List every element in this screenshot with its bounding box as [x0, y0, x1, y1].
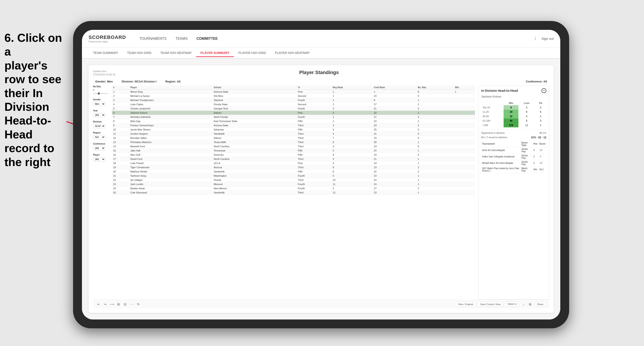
table-cell: East Tennessee State	[212, 119, 296, 123]
table-cell	[454, 127, 475, 132]
table-row[interactable]: 6Jackson KoivunAuburnFirst2221	[112, 111, 475, 115]
tournament-cell: 2	[532, 154, 538, 160]
sign-out-link[interactable]: Sign out	[542, 37, 554, 40]
sub-nav-player-h2h-grid[interactable]: PLAYER H2H GRID	[234, 49, 270, 57]
table-cell	[454, 186, 475, 190]
table-row[interactable]: 14Maxwell FordNorth CarolinaThird3230	[112, 144, 475, 148]
table-cell	[454, 190, 475, 194]
table-cell: Kentucky	[212, 153, 296, 157]
region-select[interactable]: N/A	[93, 135, 105, 139]
copy-icon[interactable]: ⊞	[116, 302, 121, 306]
table-row[interactable]: 15Jake HallTennesseeFifth3241	[112, 148, 475, 153]
table-row[interactable]: 24Bastien AmatNew MexicoFourth1272	[112, 186, 475, 190]
player-name-cell: Cole Sherwood	[129, 190, 212, 194]
h2h-loss-cell: 3	[518, 105, 535, 110]
nav-committee[interactable]: COMMITTEE	[196, 36, 218, 42]
player-name-cell: Jack Lundin	[129, 182, 212, 186]
redo-icon[interactable]: ↪	[103, 302, 108, 306]
table-row[interactable]: 25Cole SherwoodVanderbiltThird12231	[112, 190, 475, 194]
table-cell: 1	[416, 140, 454, 144]
forward-icon[interactable]: ⟶	[110, 302, 114, 306]
h2h-row: >100578111	[481, 123, 546, 127]
undo-icon[interactable]: ↩	[96, 302, 101, 306]
table-row[interactable]: 8Mats EgeEast Tennessee StateFifth1242	[112, 119, 475, 123]
table-row[interactable]: 2Michael La SasseOle MissSecond1190	[112, 94, 475, 98]
player-name-cell: Matthew Riedel	[129, 169, 212, 173]
sub-nav-team-h2h-grid[interactable]: TEAM H2H GRID	[123, 49, 156, 57]
sub-nav-team-summary[interactable]: TEAM SUMMARY	[88, 49, 123, 57]
table-cell: Auburn	[212, 111, 296, 115]
table-row[interactable]: 7Nicholas GabrelcikNorth FloridaFourth12…	[112, 115, 475, 119]
table-cell: 0	[416, 94, 454, 98]
table-row[interactable]: 12Brendan VallesAuburnThird7230	[112, 136, 475, 140]
table-cell: 10	[112, 127, 129, 132]
sub-nav-team-h2h-heatmap[interactable]: TEAM H2H HEATMAP	[156, 49, 196, 57]
table-row[interactable]: 17David FordNorth CarolinaThird4211	[112, 157, 475, 161]
gender-select[interactable]: Men Women	[93, 102, 105, 106]
h2h-col-range	[481, 101, 504, 105]
download-icon[interactable]: ↓	[521, 302, 526, 306]
table-cell: 14	[112, 144, 129, 148]
table-cell: First	[296, 111, 332, 115]
table-cell: 8	[331, 153, 372, 157]
sub-nav-player-summary[interactable]: PLAYER SUMMARY	[196, 49, 234, 57]
table-row[interactable]: 11Gordon SargentVanderbiltThird4210	[112, 132, 475, 136]
more-icon[interactable]: ⋯	[130, 302, 134, 306]
table-cell: Fifth	[296, 119, 332, 123]
nav-tournaments[interactable]: TOURNAMENTS	[139, 36, 166, 42]
table-row[interactable]: 21Taehoon SongWashingtonFourth6231	[112, 173, 475, 178]
table-row[interactable]: 19Tiger ChristensenArizonaThird8232	[112, 165, 475, 169]
view-original-btn[interactable]: View: Original	[456, 302, 476, 307]
tournament-cell: Match Play	[520, 166, 532, 173]
table-cell: Second	[296, 94, 332, 98]
table-row[interactable]: 20Matthew RiedelVanderbiltFifth8222	[112, 169, 475, 173]
table-cell: 1	[416, 148, 454, 153]
table-cell: 27	[372, 102, 416, 106]
nav-items: TOURNAMENTS TEAMS COMMITTEE	[139, 36, 534, 42]
table-row[interactable]: 4Luke ClatonFlorida StateSecond1272	[112, 102, 475, 106]
year-select[interactable]: (All)	[93, 113, 105, 117]
conference-select[interactable]: (All)	[93, 146, 105, 150]
player-select[interactable]: (All)	[93, 157, 105, 162]
col-player: Player	[129, 85, 212, 90]
table-row[interactable]: 16Alex GoffKentuckyFifth8190	[112, 153, 475, 157]
paste-icon[interactable]: ⊟	[123, 302, 127, 306]
refresh-icon[interactable]: ↻	[136, 302, 141, 306]
table-cell: Texas A&M	[212, 140, 296, 144]
table-cell: 1	[416, 111, 454, 115]
player-name-cell: Jacob Max Olesen	[129, 127, 212, 132]
table-cell: 3	[112, 98, 129, 102]
table-cell: Arizona	[212, 165, 296, 169]
table-row[interactable]: 9Preston SummerhaysArizona StateThird324…	[112, 123, 475, 127]
table-row[interactable]: 13Phichaksn MaichonTexas A&MThird6301	[112, 140, 475, 144]
table-row[interactable]: 18Luke PowellUCLAFirst4241	[112, 161, 475, 165]
division-select[interactable]: NCAA Division I	[93, 124, 105, 128]
sub-nav-player-h2h-heatmap[interactable]: PLAYER H2H HEATMAP	[270, 49, 314, 57]
opponents-pct: 98.1%	[540, 132, 546, 134]
watch-btn[interactable]: Watch ▾	[505, 302, 519, 307]
table-cell: Third	[296, 132, 332, 136]
close-button[interactable]: ×	[542, 88, 546, 93]
table-row[interactable]: 22Ian GilliganFloridaThird10241	[112, 178, 475, 182]
rds-slider[interactable]	[93, 92, 108, 95]
save-custom-btn[interactable]: Save Custom View	[478, 302, 503, 307]
table-cell: 9	[112, 123, 129, 127]
opponents-row: Opponents in division: 98.1%	[481, 130, 546, 134]
player-name-cell: Christo Lamprecht	[129, 106, 212, 111]
table-cell: 21	[112, 173, 129, 178]
update-label: Update time:	[93, 70, 116, 73]
table-cell: Florida	[212, 178, 296, 182]
table-cell: Third	[296, 165, 332, 169]
nav-teams[interactable]: TEAMS	[176, 36, 188, 42]
table-cell: New Mexico	[212, 186, 296, 190]
table-row[interactable]: 3Michael ThorbjornsenStanfordFourth181	[112, 98, 475, 102]
share-btn[interactable]: Share	[534, 302, 546, 307]
table-cell: 18	[112, 161, 129, 165]
table-row[interactable]: 5Christo LamprechtGeorgia TechFourth2212	[112, 106, 475, 111]
table-row[interactable]: 1Wenyi DingArizona StateFirst1181	[112, 90, 475, 94]
h2h-win-cell: 20	[504, 110, 518, 114]
table-cell: 0	[416, 132, 454, 136]
table-row[interactable]: 10Jacob Max OlesenArkansasFifth4250	[112, 127, 475, 132]
table-row[interactable]: 23Jack LundinMissouriFourth11241	[112, 182, 475, 186]
table-icon[interactable]: ⊞	[528, 302, 532, 306]
